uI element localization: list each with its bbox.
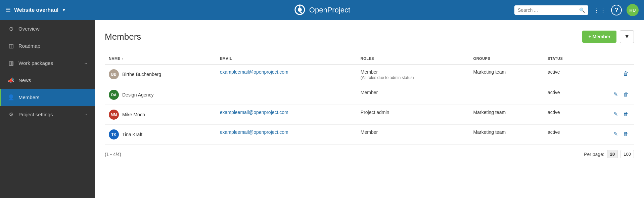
edit-button-1[interactable]: ✎ [612, 90, 619, 99]
member-name-wrapper-3: TKTina Kraft [109, 129, 212, 140]
search-input[interactable] [518, 7, 577, 13]
header-center: OpenProject [294, 4, 350, 17]
page-header: Members + Member ▼ [105, 30, 634, 43]
svg-line-3 [300, 12, 303, 14]
sidebar-item-overview[interactable]: ⊙ Overview [0, 20, 95, 37]
member-actions-0: 🗑 [586, 64, 634, 85]
col-header-status: STATUS [544, 53, 586, 64]
filter-icon: ▼ [624, 34, 630, 39]
sidebar-label-work-packages: Work packages [18, 60, 80, 66]
sidebar-arrow-project-settings: → [84, 112, 88, 117]
main-layout: ⊙ Overview ◫ Roadmap ▥ Work packages → 📣… [0, 20, 644, 198]
member-name-wrapper-2: MMMike Moch [109, 110, 212, 120]
search-box[interactable]: 🔍 [514, 5, 588, 15]
table-body: BBBirthe Buchenbergexampleemail@openproj… [105, 64, 634, 145]
table-header: NAME↑EMAILROLESGROUPSSTATUS [105, 53, 634, 64]
member-role-3: Member [357, 125, 469, 145]
member-actions-2: ✎🗑 [586, 105, 634, 125]
hamburger-icon[interactable]: ☰ [5, 6, 11, 14]
table-row: DADesign AgencyMemberactive✎🗑 [105, 85, 634, 105]
sidebar-label-project-settings: Project settings [18, 112, 80, 117]
role-text-2: Project admin [361, 110, 389, 115]
member-groups-2: Marketing team [469, 105, 544, 125]
delete-button-1[interactable]: 🗑 [622, 90, 630, 99]
member-groups-1 [469, 85, 544, 105]
email-link-3[interactable]: exampleemail@openproject.com [220, 129, 288, 135]
member-name-1: Design Agency [122, 92, 153, 97]
member-groups-3: Marketing team [469, 125, 544, 145]
email-link-0[interactable]: exampleemail@openproject.com [220, 69, 288, 75]
avatar-0: BB [109, 69, 119, 79]
table-row: MMMike Mochexampleemail@openproject.comP… [105, 105, 634, 125]
sidebar-label-members: Members [18, 94, 88, 100]
member-actions-1: ✎🗑 [586, 85, 634, 105]
sidebar-item-members[interactable]: 👤 Members [0, 89, 95, 106]
col-header-email: EMAIL [216, 53, 357, 64]
member-name-wrapper-0: BBBirthe Buchenberg [109, 69, 212, 79]
table-footer: (1 - 4/4) Per page: 20 100 [105, 150, 634, 158]
members-sidebar-icon: 👤 [8, 94, 14, 101]
edit-button-2[interactable]: ✎ [612, 110, 619, 119]
avatar-2: MM [109, 110, 119, 120]
member-actions-3: ✎🗑 [586, 125, 634, 145]
member-name-0: Birthe Buchenberg [122, 72, 161, 77]
member-email-2[interactable]: exampleemail@openproject.com [216, 105, 357, 125]
action-icons-2: ✎🗑 [590, 110, 630, 119]
project-dropdown-icon[interactable]: ▼ [62, 8, 66, 12]
col-header-groups: GROUPS [469, 53, 544, 64]
action-icons-1: ✎🗑 [590, 90, 630, 99]
member-name-cell-0: BBBirthe Buchenberg [105, 64, 216, 85]
role-text-0: Member [361, 69, 378, 75]
sidebar-arrow-work-packages: → [84, 61, 88, 66]
sidebar: ⊙ Overview ◫ Roadmap ▥ Work packages → 📣… [0, 20, 95, 198]
delete-button-2[interactable]: 🗑 [622, 110, 630, 119]
top-header: ☰ Website overhaul ▼ OpenProject 🔍 ⋮⋮ ? … [0, 0, 644, 20]
col-header-roles: ROLES [357, 53, 469, 64]
sidebar-item-roadmap[interactable]: ◫ Roadmap [0, 37, 95, 54]
role-text-1: Member [361, 90, 378, 95]
filter-button[interactable]: ▼ [620, 30, 634, 43]
role-text-3: Member [361, 129, 378, 135]
sidebar-item-work-packages[interactable]: ▥ Work packages → [0, 54, 95, 72]
member-groups-0: Marketing team [469, 64, 544, 85]
delete-button-0[interactable]: 🗑 [622, 69, 630, 78]
action-icons-3: ✎🗑 [590, 129, 630, 138]
member-status-2: active [544, 105, 586, 125]
member-email-3[interactable]: exampleemail@openproject.com [216, 125, 357, 145]
header-actions: + Member ▼ [582, 30, 634, 43]
member-status-1: active [544, 85, 586, 105]
col-header-actions [586, 53, 634, 64]
header-right: 🔍 ⋮⋮ ? HU [514, 4, 639, 16]
sidebar-label-roadmap: Roadmap [18, 43, 88, 49]
delete-button-3[interactable]: 🗑 [622, 129, 630, 138]
member-email-0[interactable]: exampleemail@openproject.com [216, 64, 357, 85]
member-role-2: Project admin [357, 105, 469, 125]
member-name-cell-2: MMMike Moch [105, 105, 216, 125]
table-row: TKTina Kraftexampleemail@openproject.com… [105, 125, 634, 145]
action-icons-0: 🗑 [590, 69, 630, 78]
header-left: ☰ Website overhaul ▼ [5, 6, 66, 14]
member-email-1 [216, 85, 357, 105]
pagination-info: (1 - 4/4) [105, 152, 121, 157]
table-row: BBBirthe Buchenbergexampleemail@openproj… [105, 64, 634, 85]
member-status-0: active [544, 64, 586, 85]
svg-point-1 [298, 8, 302, 12]
sidebar-item-news[interactable]: 📣 News [0, 72, 95, 89]
add-member-button[interactable]: + Member [582, 31, 616, 43]
edit-button-3[interactable]: ✎ [612, 129, 619, 138]
sort-arrow-name: ↑ [122, 56, 124, 61]
per-page-20[interactable]: 20 [607, 150, 618, 158]
per-page-label: Per page: [584, 152, 604, 157]
member-role-0: Member(All roles due to admin status) [357, 64, 469, 85]
sidebar-item-project-settings[interactable]: ⚙ Project settings → [0, 106, 95, 123]
user-avatar[interactable]: HU [627, 4, 639, 16]
avatar-1: DA [109, 90, 119, 100]
col-header-name[interactable]: NAME↑ [105, 53, 216, 64]
members-table: NAME↑EMAILROLESGROUPSSTATUS BBBirthe Buc… [105, 53, 634, 145]
per-page-100[interactable]: 100 [620, 150, 634, 158]
grid-icon[interactable]: ⋮⋮ [593, 6, 606, 14]
search-icon: 🔍 [579, 7, 585, 13]
project-name[interactable]: Website overhaul [14, 7, 58, 13]
email-link-2[interactable]: exampleemail@openproject.com [220, 110, 288, 115]
help-icon[interactable]: ? [611, 5, 622, 15]
